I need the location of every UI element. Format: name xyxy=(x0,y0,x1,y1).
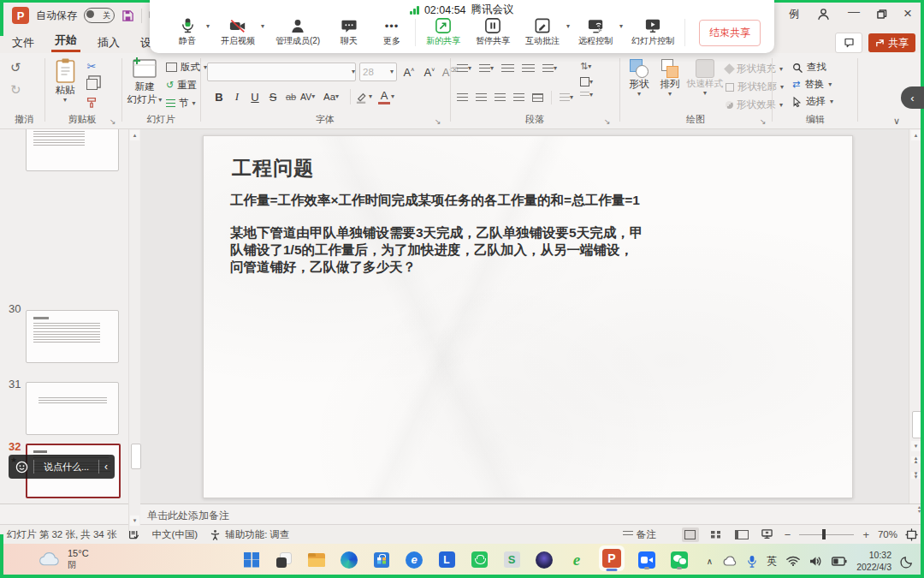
paste-button[interactable]: 粘贴 ▾ xyxy=(50,58,80,104)
grow-font-button[interactable]: A˄ xyxy=(400,66,418,79)
editing-canvas[interactable]: 工程问题 工作量=工作效率×工作时间完成某项任务的各工作量的和=总工作量=1 某… xyxy=(139,128,909,504)
thumbnail-scrollbar[interactable]: ▴ ▾ xyxy=(128,128,140,531)
format-painter-button[interactable] xyxy=(86,96,98,108)
tab-file[interactable]: 文件 xyxy=(9,35,38,51)
line-spacing-button[interactable]: ▾ xyxy=(542,64,557,73)
section-button[interactable]: 节▾ xyxy=(166,97,196,110)
arrange-button[interactable]: 排列 ▾ xyxy=(655,59,684,98)
chat-button[interactable]: 聊天 xyxy=(331,19,367,47)
notes-placeholder[interactable]: 单击此处添加备注 xyxy=(147,509,229,523)
columns-button[interactable]: ▾ xyxy=(560,93,573,102)
battery-icon[interactable] xyxy=(832,557,847,566)
tencent-meeting-button[interactable] xyxy=(637,550,657,570)
font-size-combobox[interactable]: 28▾ xyxy=(359,63,397,81)
new-slide-button[interactable]: 新建 幻灯片▾ xyxy=(127,57,163,106)
eclipse-button[interactable] xyxy=(534,550,554,570)
collapse-ribbon-button[interactable]: ∨ xyxy=(893,116,900,127)
autosave-toggle[interactable]: 关 xyxy=(84,8,115,23)
strikethrough2-button[interactable]: ab xyxy=(282,92,299,102)
overlay-collapse-button[interactable]: ‹ xyxy=(104,461,108,473)
tab-home[interactable]: 开始 xyxy=(51,33,80,52)
minimize-button[interactable]: — xyxy=(848,4,860,18)
next-slide-button[interactable]: ▾▾ xyxy=(911,472,921,479)
wifi-icon[interactable] xyxy=(786,556,800,566)
task-view-button[interactable] xyxy=(274,550,294,570)
video-button[interactable]: 开启视频 xyxy=(215,19,261,47)
scroll-down-arrow[interactable]: ▾ xyxy=(130,515,139,526)
slide-32-canvas[interactable]: 工程问题 工作量=工作效率×工作时间完成某项任务的各工作量的和=总工作量=1 某… xyxy=(203,135,853,498)
previous-slide-button[interactable]: ▴▴ xyxy=(911,456,921,463)
start-button[interactable] xyxy=(241,550,262,570)
clock-widget[interactable]: 10:32 2022/4/3 xyxy=(856,549,891,573)
microsoft-store-button[interactable] xyxy=(371,550,392,570)
pause-share-button[interactable]: 暂停共享 xyxy=(471,18,515,47)
edge-browser-button[interactable] xyxy=(339,550,359,570)
decrease-indent-button[interactable] xyxy=(501,64,514,73)
ime-indicator[interactable]: 英 xyxy=(767,554,777,569)
video-caret-icon[interactable]: ▾ xyxy=(261,23,264,30)
slide-control-button[interactable]: 幻灯片控制 xyxy=(626,18,679,47)
accessibility-status[interactable]: 辅助功能: 调查 xyxy=(210,528,289,541)
justify-button[interactable] xyxy=(513,93,524,102)
clipboard-dialog-launcher[interactable]: ↘ xyxy=(110,117,116,126)
mute-button[interactable]: 静音 xyxy=(169,18,206,47)
align-right-button[interactable] xyxy=(495,93,506,102)
view-normal-button[interactable] xyxy=(682,527,699,542)
drawing-dialog-launcher[interactable]: ↘ xyxy=(760,117,767,126)
slide-formula-line[interactable]: 工作量=工作效率×工作时间完成某项任务的各工作量的和=总工作量=1 xyxy=(230,192,640,210)
underline-button[interactable]: U xyxy=(246,91,264,104)
shrink-font-button[interactable]: A˅ xyxy=(421,66,438,79)
night-mode-icon[interactable] xyxy=(901,555,914,568)
slide-thumbnail-partial[interactable] xyxy=(26,128,119,171)
fit-to-window-icon[interactable] xyxy=(906,529,917,540)
redo-button[interactable]: ↻ xyxy=(10,82,21,98)
char-spacing-button[interactable]: AV▾ xyxy=(300,92,323,102)
bullets-button[interactable]: ▾ xyxy=(457,64,471,73)
share-button[interactable]: 共享 xyxy=(868,33,915,52)
manage-members-button[interactable]: 管理成员(2) xyxy=(270,19,326,47)
distribute-button[interactable] xyxy=(532,93,543,102)
slide-thumbnail-31[interactable] xyxy=(26,382,119,435)
meeting-chat-overlay[interactable]: 说点什么... ‹ xyxy=(9,455,115,479)
zoom-in-button[interactable]: + xyxy=(862,528,869,541)
account-avatar-icon[interactable] xyxy=(816,7,831,21)
font-name-combobox[interactable]: ▾ xyxy=(207,63,356,81)
save-icon[interactable] xyxy=(121,9,134,22)
browser-e-button[interactable]: e xyxy=(404,550,424,570)
tab-insert[interactable]: 插入 xyxy=(94,35,123,51)
text-direction-button[interactable]: ⇅▾ xyxy=(580,61,591,72)
tray-expand-chevron[interactable]: ∧ xyxy=(707,557,713,566)
zoom-slider[interactable] xyxy=(799,529,854,539)
end-share-button[interactable]: 结束共享 xyxy=(699,20,761,46)
mute-caret-icon[interactable]: ▾ xyxy=(206,23,210,30)
chat-input-placeholder[interactable]: 说点什么... xyxy=(34,461,98,474)
copy-button[interactable] xyxy=(86,79,98,90)
zoom-percentage[interactable]: 70% xyxy=(878,529,897,539)
smartart-convert-button[interactable]: ▾ xyxy=(580,92,593,98)
language-indicator[interactable]: 中文(中国) xyxy=(151,528,198,541)
new-share-button[interactable]: 新的共享 xyxy=(421,18,465,47)
wechat-button[interactable] xyxy=(669,550,690,570)
font-dialog-launcher[interactable]: ↘ xyxy=(435,117,441,126)
replace-button[interactable]: ⇄ 替换 ▾ xyxy=(792,78,832,91)
side-collapse-pill[interactable]: ‹ xyxy=(901,86,924,109)
slide-title[interactable]: 工程问题 xyxy=(232,155,314,182)
view-reading-button[interactable] xyxy=(733,527,750,542)
align-text-button[interactable]: ▾ xyxy=(580,77,593,86)
scroll-up-arrow[interactable]: ▴ xyxy=(130,130,139,140)
slide-body-paragraph[interactable]: 某地下管道由甲队单独铺设需要3天完成，乙队单独铺设要5天完成，甲队铺设了1/5的… xyxy=(230,224,644,276)
scroll-down-arrow[interactable]: ▾ xyxy=(911,441,921,451)
comments-button[interactable] xyxy=(835,33,862,53)
align-center-button[interactable] xyxy=(476,93,487,102)
change-case-button[interactable]: Aa▾ xyxy=(323,92,346,102)
ie-button[interactable]: e xyxy=(566,550,587,570)
restore-button[interactable] xyxy=(877,9,886,19)
shape-effects-button[interactable]: 形状效果▾ xyxy=(726,98,783,111)
remote-caret-icon[interactable]: ▾ xyxy=(619,23,623,30)
zoom-slider-thumb[interactable] xyxy=(822,529,826,539)
app-l-button[interactable]: L xyxy=(436,550,457,570)
app-s-button[interactable]: S xyxy=(501,550,522,570)
speaker-icon[interactable] xyxy=(809,556,822,567)
cut-button[interactable]: ✂ xyxy=(87,60,97,73)
weather-widget[interactable]: 15°C 阴 xyxy=(38,547,89,571)
